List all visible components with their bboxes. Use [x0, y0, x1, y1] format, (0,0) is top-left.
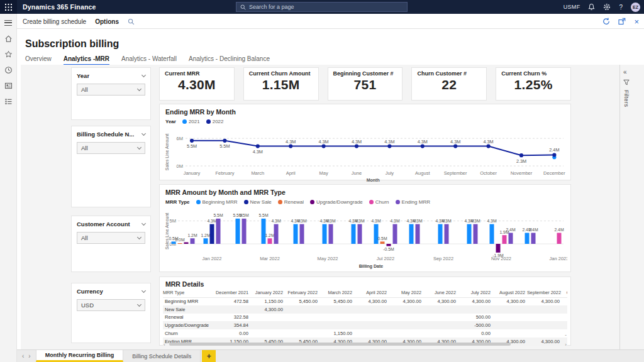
add-page-button[interactable]: +	[202, 350, 216, 362]
kpi-beginning-customer-count[interactable]: Beginning Customer #751	[328, 67, 403, 101]
table-cell[interactable]	[319, 305, 354, 314]
create-billing-schedule-button[interactable]: Create billing schedule	[23, 18, 86, 25]
table-cell[interactable]: 4,300.00	[527, 297, 562, 305]
bar-Beginning MRR[interactable]	[294, 224, 298, 244]
row-header-cell[interactable]: Upgrade/Downgrade	[163, 321, 216, 329]
row-header-cell[interactable]: Churn	[163, 329, 216, 337]
table-cell[interactable]	[354, 329, 389, 337]
table-cell[interactable]	[389, 314, 423, 322]
table-cell[interactable]: 4,300.00	[250, 305, 285, 314]
table-cell[interactable]: 4,300.00	[423, 297, 458, 305]
sheet-tabs-next-icon[interactable]: ›	[28, 353, 30, 359]
kpi-churn-customer-count[interactable]: Churn Customer #22	[411, 67, 487, 101]
avatar[interactable]: EZ	[631, 3, 640, 12]
table-cell[interactable]: 0.00	[458, 329, 492, 337]
table-cell[interactable]	[354, 305, 389, 314]
legend-item[interactable]: 2021	[182, 119, 200, 124]
data-point[interactable]	[453, 145, 457, 148]
column-header[interactable]: September 2022	[527, 289, 562, 297]
table-cell[interactable]	[389, 329, 423, 337]
tab-analytics-declining-balance[interactable]: Analytics - Declining Balance	[189, 55, 270, 65]
horizontal-scrollbar[interactable]	[169, 343, 557, 346]
bar-Ending MRR[interactable]	[242, 219, 247, 244]
tab-analytics-waterfall[interactable]: Analytics - Waterfall	[121, 55, 177, 65]
kpi-current-churn-amount[interactable]: Current Churn Amount1.15M	[243, 67, 319, 101]
bar-Ending MRR[interactable]	[329, 224, 333, 244]
bar-Ending MRR[interactable]	[300, 224, 304, 244]
bar-Churn[interactable]	[268, 238, 272, 244]
slicer-currency-dropdown[interactable]: USD	[77, 299, 145, 311]
table-cell[interactable]	[285, 305, 319, 314]
bar-Ending MRR[interactable]	[358, 224, 362, 244]
sheet-tab-billing-schedule-details[interactable]: Billing Schedule Details	[123, 350, 201, 362]
options-menu-button[interactable]: Options	[95, 18, 119, 25]
slicer-year-dropdown[interactable]: All	[77, 84, 145, 96]
table-cell[interactable]	[527, 314, 562, 322]
data-point[interactable]	[223, 139, 226, 143]
table-cell[interactable]: 354.84	[216, 321, 250, 329]
line-series-2022[interactable]	[192, 141, 554, 155]
scroll-right-icon[interactable]: ›	[565, 343, 567, 347]
chevron-down-icon[interactable]	[142, 288, 146, 292]
bar-Beginning MRR[interactable]	[409, 224, 414, 244]
favorites-star-icon[interactable]	[3, 49, 13, 59]
table-cell[interactable]: -500.00	[458, 321, 492, 329]
table-cell[interactable]	[492, 321, 527, 329]
data-point[interactable]	[552, 153, 556, 156]
bar-New Sale[interactable]	[210, 224, 214, 244]
table-cell[interactable]	[492, 305, 527, 314]
column-header[interactable]: October 2022	[562, 289, 567, 297]
bar-Beginning MRR[interactable]	[525, 233, 530, 244]
bar-Upgrade/Downgrade[interactable]	[184, 242, 189, 244]
mrr-details-table-card[interactable]: MRR Details MRR TypeDecember 2021January…	[159, 277, 571, 346]
close-icon[interactable]: ×	[634, 18, 639, 26]
bar-Beginning MRR[interactable]	[490, 224, 494, 244]
data-point[interactable]	[387, 145, 391, 148]
legend-item[interactable]: New Sale	[244, 199, 272, 205]
scrollbar-thumb[interactable]	[169, 343, 511, 346]
slicer-billing-schedule-dropdown[interactable]: All	[77, 142, 145, 154]
table-cell[interactable]: 5,450.00	[285, 297, 319, 305]
scroll-down-icon[interactable]: ˇ	[565, 334, 567, 339]
table-cell[interactable]: 1,150.00	[250, 297, 285, 305]
tab-analytics-mrr[interactable]: Analytics -MRR	[64, 55, 109, 65]
action-search-icon[interactable]	[128, 18, 135, 25]
kpi-current-mrr[interactable]: Current MRR4.30M	[159, 67, 235, 101]
table-cell[interactable]	[423, 321, 458, 329]
tab-overview[interactable]: Overview	[25, 55, 52, 65]
table-cell[interactable]	[423, 305, 458, 314]
bar-Beginning MRR[interactable]	[204, 238, 208, 244]
bar-Beginning MRR[interactable]	[438, 224, 443, 244]
data-point[interactable]	[289, 145, 292, 148]
scroll-left-icon[interactable]: ‹	[164, 343, 165, 347]
table-cell[interactable]	[423, 314, 458, 322]
kpi-current-churn-percent[interactable]: Current Churn %1.25%	[496, 67, 571, 101]
table-cell[interactable]: 4,300.00	[354, 297, 389, 305]
table-cell[interactable]	[250, 321, 285, 329]
settings-gear-icon[interactable]	[603, 3, 611, 11]
table-cell[interactable]: 1,150.00	[319, 329, 354, 337]
column-header[interactable]: March 2022	[319, 289, 354, 297]
sheet-tabs-prev-icon[interactable]: ‹	[22, 353, 24, 359]
column-header[interactable]: February 2022	[285, 289, 319, 297]
legend-item[interactable]: Churn	[369, 199, 389, 205]
app-launcher-waffle-icon[interactable]	[0, 0, 17, 14]
data-point[interactable]	[519, 153, 523, 157]
table-cell[interactable]	[562, 321, 567, 329]
bar-Renewal[interactable]	[380, 241, 385, 244]
table-cell[interactable]	[389, 321, 423, 329]
notifications-bell-icon[interactable]	[588, 3, 595, 11]
data-point[interactable]	[322, 145, 326, 148]
table-cell[interactable]	[285, 314, 319, 322]
column-header[interactable]: MRR Type	[163, 289, 216, 297]
column-header[interactable]: January 2022	[250, 289, 285, 297]
slicer-customer-account-dropdown[interactable]: All	[77, 232, 145, 244]
table-cell[interactable]	[458, 305, 492, 314]
bar-chart-plot[interactable]: 0M5MSales Line Amount0.5M0.0M1.2M1.2M4.3…	[163, 206, 567, 272]
nav-hamburger-icon[interactable]	[3, 18, 13, 28]
bar-Churn[interactable]	[557, 233, 562, 244]
table-cell[interactable]: 500.00	[458, 314, 492, 322]
table-cell[interactable]: 4,300.00	[492, 297, 527, 305]
bar-Beginning MRR[interactable]	[262, 219, 266, 244]
table-cell[interactable]	[562, 314, 567, 322]
